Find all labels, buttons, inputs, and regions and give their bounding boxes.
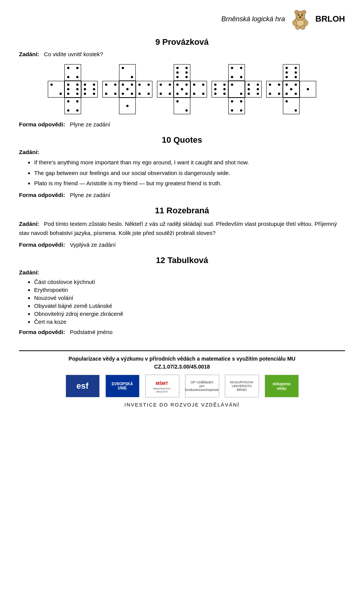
dice-net-2 <box>102 64 152 114</box>
section-10-forma: Forma odpovědi: Plyne ze zadání <box>19 192 345 198</box>
svg-point-12 <box>295 25 300 30</box>
svg-text:MŠMT: MŠMT <box>156 381 168 386</box>
investice-text: INVESTICE DO ROZVOJE VZDĚLÁVÁNÍ <box>19 402 345 408</box>
section-9-zadani: Zadání: Co vidíte uvnitř kostek? <box>19 51 345 57</box>
footer-main-text: Popularizace vědy a výzkumu v přírodních… <box>19 355 345 371</box>
logo-mu: MASARYKOVAUNIVERZITABRNO <box>225 375 259 397</box>
header-title: Brněnská logická hra <box>221 15 285 23</box>
svg-point-6 <box>298 14 299 16</box>
logos-row: esf EVROPSKÁUNIE MŠMT MINISTERSTVO ŠKOLS… <box>19 375 345 397</box>
logo-esf: esf <box>66 375 100 397</box>
svg-point-5 <box>303 11 305 13</box>
section-9-title: 9 Provázková <box>19 37 345 47</box>
dice-net-4 <box>212 64 262 114</box>
section-12-zadani-label: Zadání: <box>19 269 345 276</box>
list-item: If there's anything more important than … <box>34 158 345 167</box>
list-item: Erythropoetin <box>34 287 345 293</box>
section-11-forma: Forma odpovědi: Vyplývá ze zadání <box>19 241 345 248</box>
svg-point-13 <box>301 25 305 30</box>
list-item: Obnovitelný zdroj energie zkráceně <box>34 310 345 317</box>
logo-eu: EVROPSKÁUNIE <box>105 375 140 397</box>
footer: Popularizace vědy a výzkumu v přírodních… <box>19 350 345 408</box>
dice-net-1 <box>48 64 98 114</box>
list-item: Část citoslovce kýchnutí <box>34 279 345 285</box>
section-12-list: Část citoslovce kýchnutí Erythropoetin N… <box>34 279 345 325</box>
section-12-title: 12 Tabulková <box>19 255 345 265</box>
svg-text:ŠKOLSTVÍ: ŠKOLSTVÍ <box>156 391 168 393</box>
brloh-label: BRLOH <box>315 14 345 24</box>
logo-op: OP Vzděláváníprokonkurenceschopnost <box>185 375 219 397</box>
dice-net-3 <box>157 64 207 114</box>
svg-point-4 <box>295 11 298 13</box>
dice-net-5 <box>266 64 316 114</box>
header: Brněnská logická hra BRLOH <box>19 8 345 30</box>
logo-milujeme-vedu: milujemevědu <box>265 375 299 397</box>
section-12-forma: Forma odpovědi: Podstatné jméno <box>19 329 345 335</box>
quotes-list: If there's anything more important than … <box>34 158 345 188</box>
section-10-title: 10 Quotes <box>19 135 345 145</box>
logo-msmt: MŠMT MINISTERSTVO ŠKOLSTVÍ <box>145 375 179 397</box>
section-11: 11 Rozebraná Zadání: Pod tímto textem zů… <box>19 206 345 248</box>
svg-point-7 <box>301 14 303 16</box>
list-item: The gap between our feelings and our soc… <box>34 169 345 178</box>
section-9-forma: Forma odpovědi: Plyne ze zadání <box>19 121 345 128</box>
section-12: 12 Tabulková Zadání: Část citoslovce kýc… <box>19 255 345 335</box>
section-10-zadani-label: Zadání: <box>19 149 345 155</box>
section-11-title: 11 Rozebraná <box>19 206 345 216</box>
svg-text:MINISTERSTVO: MINISTERSTVO <box>153 388 170 390</box>
section-9: 9 Provázková Zadání: Co vidíte uvnitř ko… <box>19 37 345 128</box>
dice-group <box>19 64 345 114</box>
section-11-zadani: Zadání: Pod tímto textem zůstalo heslo. … <box>19 219 345 238</box>
list-item: Nouzové volání <box>34 295 345 301</box>
svg-point-9 <box>297 20 304 26</box>
section-10: 10 Quotes Zadání: If there's anything mo… <box>19 135 345 198</box>
bear-icon <box>289 8 312 30</box>
svg-point-8 <box>299 16 301 18</box>
list-item: Obyvatel bájné země Lutánské <box>34 303 345 309</box>
list-item: Plato is my friend — Aristotle is my fri… <box>34 179 345 188</box>
list-item: Čert na koze <box>34 318 345 325</box>
